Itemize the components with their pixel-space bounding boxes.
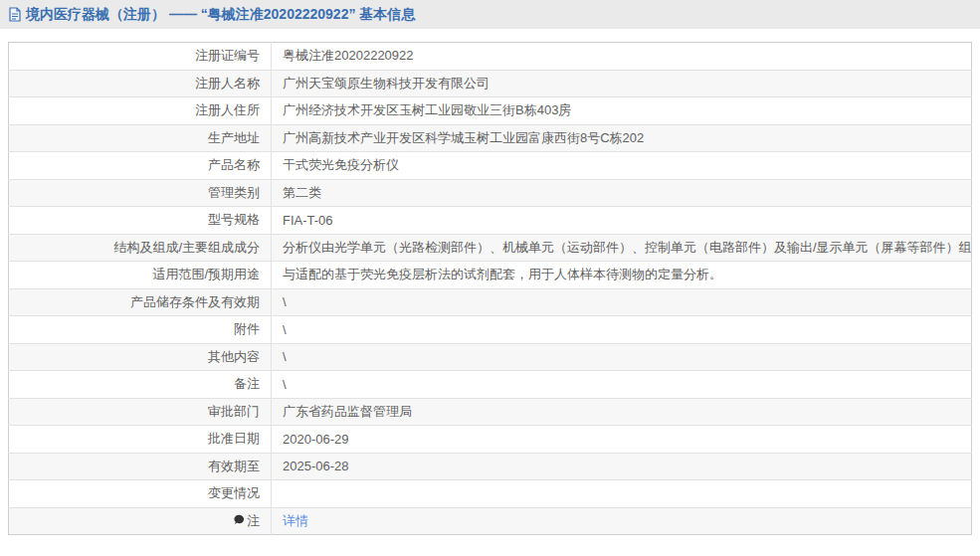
- table-row: 适用范围/预期用途与适配的基于荧光免疫层析法的试剂配套，用于人体样本待测物的定量…: [9, 262, 972, 289]
- row-value: 广州高新技术产业开发区科学城玉树工业园富康西街8号C栋202: [272, 124, 972, 152]
- table-row: 备注\: [9, 371, 972, 399]
- row-label: 备注: [9, 371, 272, 399]
- row-value: [272, 480, 972, 508]
- row-label: 批准日期: [9, 426, 272, 454]
- table-row: 产品名称干式荧光免疫分析仪: [9, 152, 972, 180]
- row-label: 管理类别: [9, 179, 272, 207]
- row-label: 产品名称: [9, 152, 272, 180]
- row-label: 注册证编号: [9, 43, 272, 71]
- row-label: 变更情况: [9, 480, 272, 508]
- table-row: 注册人名称广州天宝颂原生物科技开发有限公司: [9, 70, 972, 97]
- page-title: 境内医疗器械（注册） —— “粤械注准20202220922” 基本信息: [26, 6, 415, 24]
- row-label: 生产地址: [9, 124, 272, 152]
- device-info-table: 注册证编号粤械注准20202220922注册人名称广州天宝颂原生物科技开发有限公…: [8, 42, 972, 535]
- row-label: 注册人名称: [9, 70, 272, 97]
- table-row: 审批部门广东省药品监督管理局: [9, 398, 972, 426]
- row-value: \: [272, 343, 972, 371]
- table-row: 管理类别第二类: [9, 179, 972, 207]
- balloon-icon: [234, 514, 245, 529]
- table-row: 注详情: [9, 507, 972, 535]
- row-label: 注: [9, 507, 272, 535]
- row-value: 分析仪由光学单元（光路检测部件）、机械单元（运动部件）、控制单元（电路部件）及输…: [272, 234, 972, 262]
- table-row: 有效期至2025-06-28: [9, 453, 972, 480]
- row-value: \: [272, 316, 972, 344]
- table-row: 注册证编号粤械注准20202220922: [9, 43, 972, 71]
- document-icon: [8, 7, 22, 22]
- row-label: 产品储存条件及有效期: [9, 288, 272, 316]
- row-label: 适用范围/预期用途: [9, 262, 272, 289]
- table-row: 其他内容\: [9, 343, 972, 371]
- row-value: 第二类: [272, 179, 972, 207]
- table-row: 型号规格FIA-T-06: [9, 207, 972, 235]
- table-row: 结构及组成/主要组成成分分析仪由光学单元（光路检测部件）、机械单元（运动部件）、…: [9, 234, 972, 262]
- info-table-body: 注册证编号粤械注准20202220922注册人名称广州天宝颂原生物科技开发有限公…: [9, 43, 972, 535]
- row-value: 2025-06-28: [272, 453, 972, 480]
- details-link[interactable]: 详情: [283, 513, 308, 528]
- table-row: 附件\: [9, 316, 972, 344]
- row-label: 有效期至: [9, 453, 272, 480]
- row-label: 审批部门: [9, 398, 272, 426]
- table-row: 注册人住所广州经济技术开发区玉树工业园敬业三街B栋403房: [9, 97, 972, 125]
- row-value: 与适配的基于荧光免疫层析法的试剂配套，用于人体样本待测物的定量分析。: [272, 262, 972, 289]
- row-value: 干式荧光免疫分析仪: [272, 152, 972, 180]
- row-value: \: [272, 288, 972, 316]
- page-header: 境内医疗器械（注册） —— “粤械注准20202220922” 基本信息: [0, 0, 980, 29]
- row-value: FIA-T-06: [272, 207, 972, 235]
- table-row: 生产地址广州高新技术产业开发区科学城玉树工业园富康西街8号C栋202: [9, 124, 972, 152]
- row-value: 广州天宝颂原生物科技开发有限公司: [272, 70, 972, 97]
- table-row: 产品储存条件及有效期\: [9, 288, 972, 316]
- row-label: 型号规格: [9, 207, 272, 235]
- row-value: 详情: [272, 507, 972, 535]
- row-label: 其他内容: [9, 343, 272, 371]
- row-label: 结构及组成/主要组成成分: [9, 234, 272, 262]
- row-label: 附件: [9, 316, 272, 344]
- row-value: 广州经济技术开发区玉树工业园敬业三街B栋403房: [272, 97, 972, 125]
- table-row: 批准日期2020-06-29: [9, 426, 972, 454]
- row-label: 注册人住所: [9, 97, 272, 125]
- row-value: 2020-06-29: [272, 426, 972, 454]
- row-value: 广东省药品监督管理局: [272, 398, 972, 426]
- row-value: 粤械注准20202220922: [272, 43, 972, 71]
- row-value: \: [272, 371, 972, 399]
- table-row: 变更情况: [9, 480, 972, 508]
